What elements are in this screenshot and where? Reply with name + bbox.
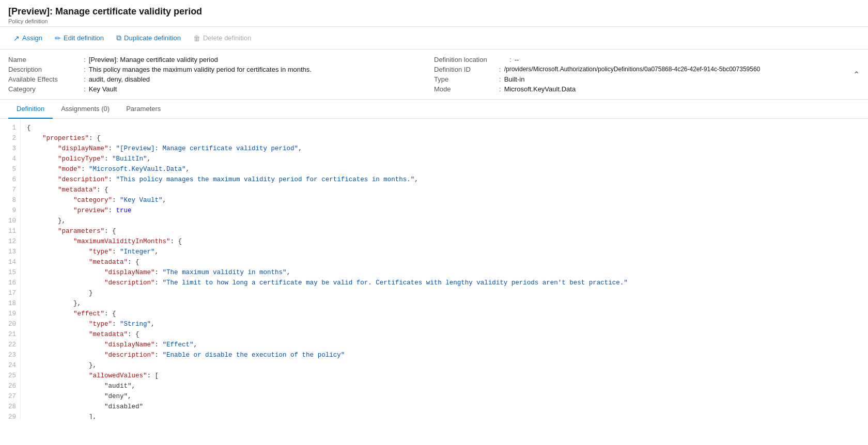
collapse-properties-button[interactable]: ⌃ [853,70,860,80]
line-number: 13 [0,247,20,257]
line-number: 9 [0,205,20,216]
properties-section: Name : [Preview]: Manage certificate val… [0,50,868,100]
prop-mode: Mode : Microsoft.KeyVault.Data [434,85,860,93]
prop-category: Category : Key Vault [8,85,434,93]
line-number: 24 [0,360,20,371]
code-line: } [27,288,868,298]
line-number: 7 [0,185,20,195]
line-number: 14 [0,257,20,267]
code-line: "description": "This policy manages the … [27,174,868,185]
code-line: "metadata": { [27,185,868,195]
code-line: "maximumValidityInMonths": { [27,236,868,247]
edit-definition-button[interactable]: ✏ Edit definition [50,31,109,45]
duplicate-definition-button[interactable]: ⧉ Duplicate definition [111,31,186,45]
properties-left: Name : [Preview]: Manage certificate val… [8,56,434,93]
code-line: "properties": { [27,133,868,144]
line-number: 21 [0,329,20,340]
tabs-container: Definition Assignments (0) Parameters [0,100,868,119]
prop-name: Name : [Preview]: Manage certificate val… [8,56,434,63]
code-line: }, [27,298,868,309]
code-line: "audit", [27,381,868,391]
code-line: }, [27,216,868,226]
code-line: "effect": { [27,309,868,319]
code-line: "allowedValues": [ [27,371,868,381]
line-number: 17 [0,288,20,298]
code-line: "metadata": { [27,257,868,267]
code-container[interactable]: 1234567891011121314151617181920212223242… [0,119,868,419]
code-line: "type": "String", [27,319,868,329]
line-number: 19 [0,309,20,319]
line-number: 3 [0,144,20,154]
toolbar: ↗ Assign ✏ Edit definition ⧉ Duplicate d… [0,27,868,50]
tab-parameters[interactable]: Parameters [118,100,169,119]
code-line: ], [27,412,868,419]
line-number: 12 [0,236,20,247]
code-line: "description": "The limit to how long a … [27,278,868,288]
code-line: "deny", [27,391,868,402]
line-numbers: 1234567891011121314151617181920212223242… [0,119,21,419]
code-line: "category": "Key Vault", [27,195,868,205]
code-lines: { "properties": { "displayName": "[Previ… [21,119,868,419]
page-subtitle: Policy definition [8,18,860,24]
line-number: 28 [0,402,20,412]
prop-type: Type : Built-in [434,75,860,83]
code-line: "mode": "Microsoft.KeyVault.Data", [27,164,868,174]
line-number: 18 [0,298,20,309]
code-line: "displayName": "Effect", [27,340,868,350]
line-number: 23 [0,350,20,360]
tab-assignments[interactable]: Assignments (0) [53,100,118,119]
delete-definition-button[interactable]: 🗑 Delete definition [188,31,256,45]
line-number: 16 [0,278,20,288]
prop-def-location: Definition location : -- [434,56,860,63]
code-line: "policyType": "BuiltIn", [27,154,868,164]
line-number: 22 [0,340,20,350]
tab-definition[interactable]: Definition [8,100,53,119]
code-line: "parameters": { [27,226,868,236]
code-line: }, [27,360,868,371]
code-line: "preview": true [27,205,868,216]
code-line: "metadata": { [27,329,868,340]
code-line: "displayName": "The maximum validity in … [27,267,868,278]
page-title: [Preview]: Manage certificate validity p… [8,6,860,17]
line-number: 27 [0,391,20,402]
code-line: { [27,123,868,133]
line-number: 2 [0,133,20,144]
assign-button[interactable]: ↗ Assign [8,31,48,45]
prop-description: Description : This policy manages the ma… [8,66,434,73]
line-number: 4 [0,154,20,164]
duplicate-icon: ⧉ [116,34,121,42]
code-line: "description": "Enable or disable the ex… [27,350,868,360]
line-number: 1 [0,123,20,133]
line-number: 6 [0,174,20,185]
line-number: 5 [0,164,20,174]
edit-icon: ✏ [55,34,61,42]
line-number: 25 [0,371,20,381]
line-number: 29 [0,412,20,419]
line-number: 15 [0,267,20,278]
page-header: [Preview]: Manage certificate validity p… [0,0,868,27]
properties-right: Definition location : -- Definition ID :… [434,56,860,93]
code-line: "type": "Integer", [27,247,868,257]
line-number: 20 [0,319,20,329]
code-line: "disabled" [27,402,868,412]
delete-icon: 🗑 [193,34,200,42]
prop-def-id: Definition ID : /providers/Microsoft.Aut… [434,66,860,73]
prop-effects: Available Effects : audit, deny, disable… [8,75,434,83]
line-number: 26 [0,381,20,391]
line-number: 8 [0,195,20,205]
assign-icon: ↗ [13,34,20,42]
line-number: 10 [0,216,20,226]
code-line: "displayName": "[Preview]: Manage certif… [27,144,868,154]
line-number: 11 [0,226,20,236]
